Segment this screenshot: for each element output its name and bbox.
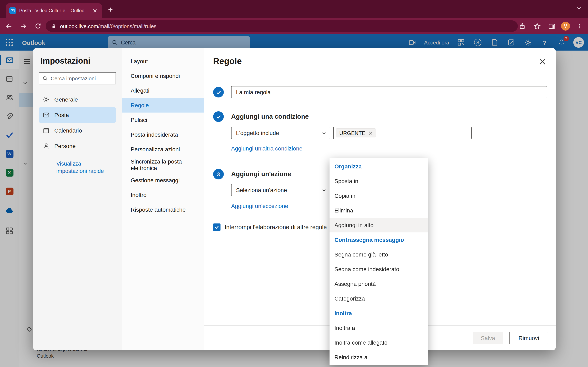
chevron-down-icon [322, 131, 326, 135]
action-dropdown-value: Seleziona un'azione [236, 187, 287, 193]
settings-nav-panel: Impostazioni Generale Po [33, 48, 122, 350]
tab-close-icon[interactable] [91, 7, 98, 14]
condition-dropdown[interactable]: L'oggetto include [231, 127, 330, 139]
checkbox-checked-icon[interactable] [213, 224, 221, 231]
calendar-icon [43, 127, 50, 134]
stop-processing-label: Interrompi l'elaborazione di altre regol… [225, 224, 327, 230]
settings-subnav-panel: Layout Componi e rispondi Allegati Regol… [122, 48, 204, 350]
browser-menu-icon[interactable] [574, 21, 585, 31]
subnav-componi-e-rispondi[interactable]: Componi e rispondi [122, 68, 204, 83]
menu-item-categorizza[interactable]: Categorizza [329, 291, 428, 306]
tab-search-chevron-icon[interactable] [577, 6, 581, 11]
action-select-menu: Organizza Sposta in Copia in Elimina Agg… [329, 158, 428, 365]
step2-check-icon [213, 111, 224, 122]
new-tab-button[interactable] [106, 5, 114, 13]
back-button[interactable] [2, 20, 15, 32]
subnav-risposte-automatiche[interactable]: Risposte automatiche [122, 202, 204, 217]
settings-nav-label: Calendario [54, 127, 82, 134]
menu-item-reindirizza-a[interactable]: Reindirizza a [329, 350, 428, 365]
bookmark-star-icon[interactable] [532, 21, 542, 31]
subnav-posta-indesiderata[interactable]: Posta indesiderata [122, 127, 204, 142]
forward-button[interactable] [17, 20, 29, 32]
gear-icon [43, 96, 50, 103]
share-icon[interactable] [517, 21, 527, 31]
remove-button[interactable]: Rimuovi [509, 332, 548, 344]
subnav-pulisci[interactable]: Pulisci [122, 113, 204, 127]
browser-profile-avatar[interactable]: V [561, 22, 570, 31]
step3-number: 3 [213, 169, 224, 179]
settings-search-box[interactable] [39, 72, 116, 84]
address-bar[interactable]: outlook.live.com/mail/0/options/mail/rul… [46, 20, 518, 32]
subnav-sincronizza-posta[interactable]: Sincronizza la posta elettronica [122, 157, 204, 173]
settings-dialog: Impostazioni Generale Po [33, 48, 556, 350]
settings-nav-label: Generale [54, 96, 78, 103]
subnav-gestione-messaggi[interactable]: Gestione messaggi [122, 173, 204, 188]
mail-icon [43, 112, 50, 118]
action-dropdown[interactable]: Seleziona un'azione [231, 184, 330, 196]
subnav-allegati[interactable]: Allegati [122, 83, 204, 98]
step1-check-icon [213, 87, 224, 98]
action-section-title: Aggiungi un'azione [231, 170, 291, 178]
side-panel-icon[interactable] [546, 21, 557, 31]
subnav-regole[interactable]: Regole [122, 98, 204, 113]
settings-title: Impostazioni [40, 56, 116, 66]
menu-item-copia-in[interactable]: Copia in [329, 188, 428, 203]
chip-remove-icon[interactable] [369, 131, 372, 135]
condition-value-field[interactable]: URGENTE [333, 127, 472, 139]
subnav-personalizza-azioni[interactable]: Personalizza azioni [122, 142, 204, 157]
reload-button[interactable] [32, 20, 44, 32]
condition-chip-label: URGENTE [339, 130, 365, 136]
add-exception-link[interactable]: Aggiungi un'eccezione [231, 203, 288, 209]
settings-nav-label: Posta [54, 112, 69, 118]
settings-nav-generale[interactable]: Generale [39, 92, 116, 107]
menu-item-segna-come-gia-letto[interactable]: Segna come già letto [329, 247, 428, 262]
outlook-favicon-icon [9, 7, 16, 14]
condition-section-title: Aggiungi una condizione [231, 113, 309, 120]
condition-dropdown-value: L'oggetto include [236, 130, 279, 136]
add-condition-link[interactable]: Aggiungi un'altra condizione [231, 145, 302, 152]
lock-icon [52, 24, 56, 29]
settings-search-input[interactable] [51, 75, 112, 81]
rule-name-input[interactable] [231, 86, 547, 98]
quick-settings-link[interactable]: Visualizza impostazioni rapide [56, 160, 110, 175]
menu-header-organizza: Organizza [329, 159, 428, 174]
menu-item-aggiungi-in-alto[interactable]: Aggiungi in alto [329, 218, 428, 233]
settings-nav-persone[interactable]: Persone [39, 138, 116, 154]
browser-toolbar: outlook.live.com/mail/0/options/mail/rul… [0, 18, 588, 34]
subnav-inoltro[interactable]: Inoltro [122, 188, 204, 202]
tab-title: Posta - Video Cultur-e – Outloo [19, 8, 88, 13]
browser-tab[interactable]: Posta - Video Cultur-e – Outloo [6, 3, 102, 18]
menu-item-assegna-priorita[interactable]: Assegna priorità [329, 276, 428, 291]
url-domain: outlook.live.com [60, 23, 98, 29]
menu-header-contrassegna-messaggio: Contrassegna messaggio [329, 233, 428, 247]
condition-chip: URGENTE [336, 128, 376, 137]
menu-item-inoltra-come-allegato[interactable]: Inoltra come allegato [329, 335, 428, 350]
url-path: /mail/0/options/mail/rules [98, 23, 156, 29]
stop-processing-row[interactable]: Interrompi l'elaborazione di altre regol… [213, 224, 327, 231]
settings-nav-calendario[interactable]: Calendario [39, 123, 116, 138]
browser-tab-strip: Posta - Video Cultur-e – Outloo [0, 0, 588, 18]
chevron-down-icon [322, 188, 326, 192]
menu-header-inoltra: Inoltra [329, 306, 428, 320]
save-button[interactable]: Salva [473, 332, 503, 344]
subnav-layout[interactable]: Layout [122, 54, 204, 68]
person-icon [43, 143, 50, 149]
settings-nav-posta[interactable]: Posta [39, 107, 116, 123]
menu-item-sposta-in[interactable]: Sposta in [329, 174, 428, 188]
screen: Posta - Video Cultur-e – Outloo ou [0, 0, 588, 367]
menu-item-segna-come-indesiderato[interactable]: Segna come indesiderato [329, 262, 428, 276]
search-icon [43, 76, 48, 81]
menu-item-elimina[interactable]: Elimina [329, 203, 428, 218]
dialog-close-icon[interactable] [538, 57, 547, 66]
menu-item-inoltra-a[interactable]: Inoltra a [329, 320, 428, 335]
rules-title: Regole [213, 56, 242, 66]
settings-nav-label: Persone [54, 143, 76, 149]
